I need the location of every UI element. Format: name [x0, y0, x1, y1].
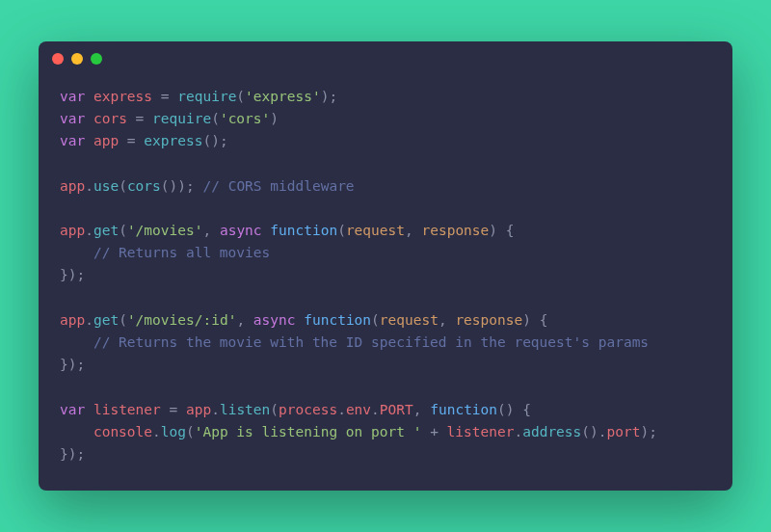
string-movies: '/movies' — [127, 223, 203, 238]
comment-returns-all: // Returns all movies — [93, 245, 270, 260]
fn-address: address — [522, 424, 581, 439]
keyword-async: async — [220, 223, 262, 238]
close-icon[interactable] — [52, 53, 64, 65]
string-movies-id: '/movies/:id' — [127, 312, 237, 328]
fn-get: get — [93, 223, 119, 238]
comment-returns-id: // Returns the movie with the ID specifi… — [93, 334, 649, 350]
fn-use: use — [93, 178, 119, 194]
fn-listen: listen — [220, 402, 270, 417]
identifier-express: express — [93, 89, 152, 104]
string-listening: 'App is listening on port ' — [195, 424, 422, 439]
prop-port: port — [607, 424, 641, 439]
keyword-function: function — [270, 223, 337, 238]
string-express: 'express' — [245, 89, 321, 104]
param-request: request — [346, 223, 405, 238]
window-titlebar — [39, 41, 732, 76]
fn-log: log — [161, 424, 186, 439]
param-response: response — [421, 223, 489, 238]
identifier-listener: listener — [93, 402, 161, 417]
identifier-cors: cors — [93, 111, 127, 126]
identifier-app: app — [93, 133, 119, 148]
keyword-var: var — [60, 89, 85, 104]
comment-cors: // CORS middleware — [202, 178, 354, 194]
string-cors: 'cors' — [220, 111, 270, 126]
code-block: var express = require('express'); var co… — [39, 76, 732, 491]
minimize-icon[interactable] — [71, 53, 83, 65]
maximize-icon[interactable] — [91, 53, 102, 65]
fn-require: require — [177, 89, 236, 104]
code-window: var express = require('express'); var co… — [39, 41, 732, 491]
